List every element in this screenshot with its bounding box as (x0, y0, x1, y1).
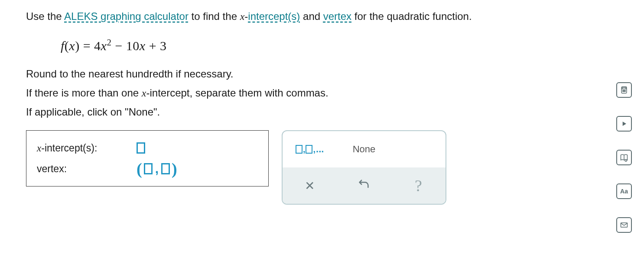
svg-point-2 (623, 90, 623, 90)
input-placeholder-icon[interactable] (161, 163, 170, 174)
svg-point-6 (624, 91, 624, 92)
svg-marker-8 (623, 122, 626, 126)
close-icon: ✕ (305, 179, 315, 193)
svg-point-10 (625, 160, 627, 161)
list-tool-button[interactable]: ,,... (283, 131, 337, 167)
paren-open-icon: ( (137, 161, 142, 177)
text-size-button[interactable]: Aa (616, 183, 632, 199)
x-intercept-label: x-intercept(s): (37, 142, 137, 154)
svg-point-5 (623, 91, 623, 92)
x-intercept-input[interactable] (137, 142, 145, 154)
round-instruction: Round to the nearest hundredth if necess… (26, 66, 618, 82)
book-icon (620, 153, 628, 162)
text-size-icon: Aa (620, 188, 628, 195)
sidebar: Aa (616, 82, 632, 233)
calculator-icon (620, 86, 628, 94)
undo-button[interactable] (337, 167, 391, 204)
vertex-label: vertex: (37, 163, 137, 175)
comma-icon: , (155, 161, 159, 176)
multi-intercept-instruction: If there is more than one x-intercept, s… (26, 85, 618, 101)
vertex-link[interactable]: vertex (323, 10, 351, 22)
tool-spacer (391, 131, 446, 167)
undo-icon (358, 178, 370, 193)
equation: f(x) = 4x2 − 10x + 3 (61, 37, 618, 53)
play-icon (620, 119, 628, 128)
none-instruction: If applicable, click on "None". (26, 104, 618, 120)
svg-point-4 (625, 90, 625, 90)
svg-point-3 (624, 90, 624, 90)
instruction-text: Use the ALEKS graphing calculator to fin… (26, 9, 618, 24)
calculator-link[interactable]: ALEKS graphing calculator (64, 10, 189, 22)
mail-icon (620, 221, 628, 229)
input-placeholder-icon[interactable] (144, 163, 153, 174)
vertex-input[interactable]: ( , ) (137, 161, 177, 177)
svg-rect-1 (622, 87, 626, 89)
clear-button[interactable]: ✕ (283, 167, 337, 204)
calculator-button[interactable] (616, 82, 632, 98)
help-button[interactable]: ? (391, 167, 446, 204)
message-button[interactable] (616, 217, 632, 233)
answer-box: x-intercept(s): vertex: ( , ) (26, 130, 269, 186)
textbook-button[interactable] (616, 150, 632, 165)
question-icon: ? (415, 176, 422, 195)
paren-close-icon: ) (172, 161, 177, 177)
tool-panel: ,,... None ✕ ? (282, 130, 446, 205)
none-button[interactable]: None (337, 131, 391, 167)
svg-point-7 (625, 91, 625, 92)
input-placeholder-icon[interactable] (137, 142, 145, 154)
intercepts-link[interactable]: intercept(s) (248, 10, 300, 22)
video-button[interactable] (616, 116, 632, 132)
